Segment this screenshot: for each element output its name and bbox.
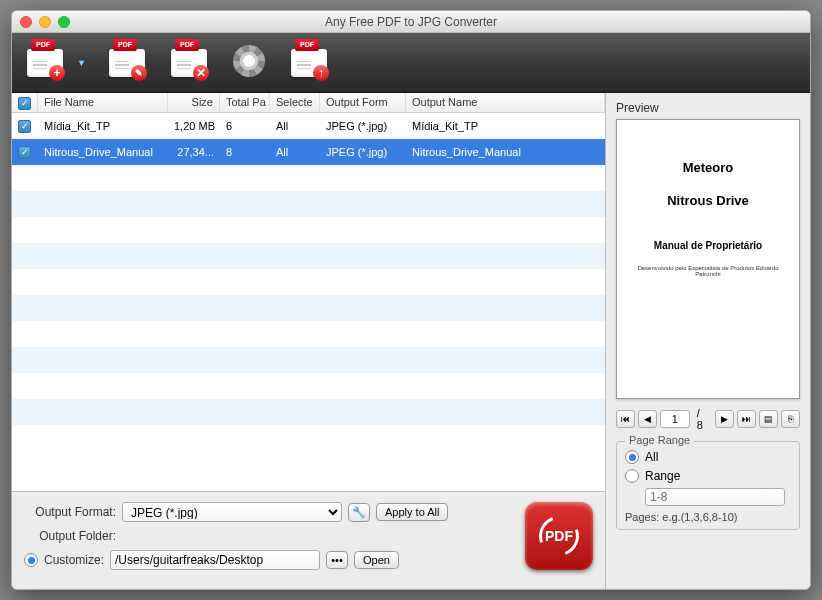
range-all-radio[interactable] [625,450,639,464]
customize-radio[interactable] [24,553,38,567]
open-folder-button[interactable]: Open [354,551,399,569]
range-hint: Pages: e.g.(1,3,6,8-10) [625,511,791,523]
col-total-pages[interactable]: Total Pa [220,93,270,112]
cell-output-format: JPEG (*.jpg) [320,120,406,132]
browse-folder-button[interactable]: ••• [326,551,348,569]
preview-panel: Preview Meteoro Nitrous Drive Manual de … [605,93,810,589]
table-header: ✓ File Name Size Total Pa Selecte Output… [12,93,605,113]
table-row[interactable]: ✓ Mídia_Kit_TP 1,20 MB 6 All JPEG (*.jpg… [12,113,605,139]
wrench-icon: 🔧 [352,506,366,518]
preview-title-1: Meteoro [683,160,734,175]
add-pdf-button[interactable]: + [27,43,67,83]
last-page-button[interactable]: ⏭ [737,410,756,428]
convert-button[interactable]: PDF [525,502,593,570]
preview-page: Meteoro Nitrous Drive Manual de Propriet… [616,119,800,399]
format-settings-button[interactable]: 🔧 [348,503,370,522]
empty-rows [12,165,605,451]
col-output-name[interactable]: Output Name [406,93,605,112]
toolbar: + ▼ ✎ ✕ ↑ [12,33,810,93]
col-file-name[interactable]: File Name [38,93,168,112]
edit-pdf-button[interactable]: ✎ [109,43,149,83]
cell-output-format: JPEG (*.jpg) [320,146,406,158]
gear-icon [233,45,265,77]
first-page-button[interactable]: ⏮ [616,410,635,428]
cell-output-name: Nitrous_Drive_Manual [406,146,605,158]
preview-label: Preview [616,101,800,115]
prev-page-button[interactable]: ◀ [638,410,657,428]
col-size[interactable]: Size [168,93,220,112]
page-export-button[interactable]: ⎘ [781,410,800,428]
cell-size: 27,34... [168,146,220,158]
range-all-label: All [645,450,658,464]
preview-subtitle: Desenvolvido pelo Especialista de Produt… [627,265,789,277]
settings-button[interactable] [233,45,269,81]
row-checkbox[interactable]: ✓ [18,120,31,133]
preview-title-2: Nitrous Drive [667,193,749,208]
page-number-input[interactable] [660,410,690,428]
x-icon: ✕ [193,65,209,81]
cell-selected: All [270,120,320,132]
plus-icon: + [49,65,65,81]
output-format-label: Output Format: [24,505,116,519]
file-table: ✓ File Name Size Total Pa Selecte Output… [12,93,605,491]
col-output-format[interactable]: Output Form [320,93,406,112]
cell-file-name: Mídia_Kit_TP [38,120,168,132]
pencil-icon: ✎ [131,65,147,81]
output-path-input[interactable] [110,550,320,570]
col-selected[interactable]: Selecte [270,93,320,112]
table-row[interactable]: ✓ Nitrous_Drive_Manual 27,34... 8 All JP… [12,139,605,165]
cell-file-name: Nitrous_Drive_Manual [38,146,168,158]
remove-pdf-button[interactable]: ✕ [171,43,211,83]
range-input[interactable] [645,488,785,506]
page-navigator: ⏮ ◀ / 8 ▶ ⏭ ▤ ⎘ [616,407,800,431]
apply-to-all-button[interactable]: Apply to All [376,503,448,521]
customize-label: Customize: [44,553,104,567]
page-range-fieldset: Page Range All Range Pages: e.g.(1,3,6,8… [616,441,800,530]
cell-selected: All [270,146,320,158]
page-total-label: / 8 [697,407,709,431]
page-list-button[interactable]: ▤ [759,410,778,428]
output-folder-label: Output Folder: [24,529,116,543]
cell-total-pages: 8 [220,146,270,158]
titlebar: Any Free PDF to JPG Converter [12,11,810,33]
select-all-checkbox[interactable]: ✓ [18,97,31,110]
next-page-button[interactable]: ▶ [715,410,734,428]
add-dropdown-arrow[interactable]: ▼ [77,58,87,68]
up-arrow-icon: ↑ [313,65,329,81]
preview-title-3: Manual de Proprietário [654,240,762,251]
page-range-legend: Page Range [625,434,694,446]
cell-output-name: Mídia_Kit_TP [406,120,605,132]
range-custom-radio[interactable] [625,469,639,483]
upload-pdf-button[interactable]: ↑ [291,43,331,83]
cell-size: 1,20 MB [168,120,220,132]
output-format-select[interactable]: JPEG (*.jpg) [122,502,342,522]
window-title: Any Free PDF to JPG Converter [12,15,810,29]
app-window: Any Free PDF to JPG Converter + ▼ ✎ ✕ ↑ … [11,10,811,590]
output-panel: Output Format: JPEG (*.jpg) 🔧 Apply to A… [12,491,605,589]
row-checkbox[interactable]: ✓ [18,146,31,159]
cell-total-pages: 6 [220,120,270,132]
range-custom-label: Range [645,469,680,483]
